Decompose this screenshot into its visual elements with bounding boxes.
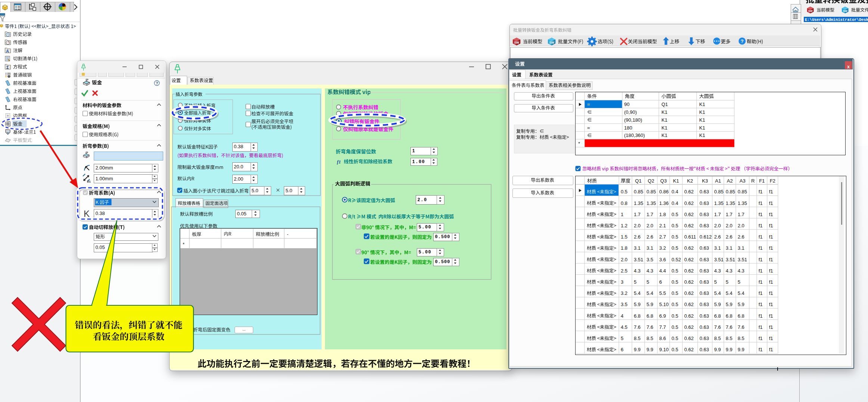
svg-text:Q2: Q2 (648, 178, 654, 184)
svg-text:0.5: 0.5 (672, 347, 678, 352)
svg-text:5: 5 (621, 336, 623, 341)
svg-text:=: = (587, 125, 590, 131)
svg-text:K1: K1 (699, 125, 705, 131)
svg-text:SW: SW (514, 41, 520, 44)
svg-text:0.62: 0.62 (684, 189, 694, 194)
svg-text:K3: K3 (702, 178, 708, 184)
svg-text:R: R (751, 178, 754, 184)
svg-text:Q1: Q1 (661, 102, 668, 107)
svg-text:(90,180): (90,180) (624, 117, 642, 123)
svg-text:3.1: 3.1 (634, 245, 641, 251)
svg-text:f1: f1 (759, 336, 763, 341)
svg-text:x: x (847, 64, 850, 69)
svg-text:1: 1 (412, 149, 416, 154)
svg-text:0.62: 0.62 (684, 200, 694, 206)
svg-text:9.9: 9.9 (714, 347, 721, 352)
svg-text:5.9: 5.9 (738, 302, 744, 307)
svg-text:A3: A3 (740, 178, 745, 184)
svg-text:0.62: 0.62 (684, 245, 694, 251)
svg-text:3.51: 3.51 (726, 257, 735, 262)
svg-text:4.4: 4.4 (659, 268, 666, 274)
svg-text:7.6: 7.6 (738, 324, 744, 330)
svg-text:0.5: 0.5 (621, 189, 627, 194)
svg-text:3.2: 3.2 (659, 245, 666, 251)
svg-text:5.4: 5.4 (634, 290, 641, 296)
svg-text:f1: f1 (759, 234, 763, 240)
svg-text:f1: f1 (769, 313, 773, 319)
svg-text:*: * (183, 241, 185, 247)
svg-text:2.5: 2.5 (621, 268, 627, 274)
svg-text:2.00: 2.00 (234, 176, 243, 182)
svg-text:1.2: 1.2 (621, 223, 627, 228)
svg-text:2.0: 2.0 (714, 223, 721, 228)
svg-text:1.35: 1.35 (714, 200, 723, 206)
svg-text:3: 3 (621, 279, 623, 285)
svg-text:K1: K1 (661, 117, 667, 123)
svg-text:8.6: 8.6 (659, 336, 666, 341)
svg-text:1.8: 1.8 (621, 245, 627, 251)
svg-text:3.51: 3.51 (634, 257, 643, 262)
svg-text:0.05: 0.05 (96, 244, 105, 250)
svg-text:f1: f1 (759, 290, 763, 296)
svg-text:f1: f1 (759, 189, 763, 194)
svg-text:4.3: 4.3 (726, 268, 732, 274)
svg-text:2.0: 2.0 (634, 223, 641, 228)
svg-text:K1: K1 (699, 117, 705, 123)
svg-text:F1: F1 (759, 178, 765, 184)
svg-text:5: 5 (738, 279, 740, 285)
svg-text:0.5: 0.5 (672, 212, 678, 217)
svg-text:f1: f1 (769, 189, 773, 194)
svg-text:2.6: 2.6 (714, 234, 721, 240)
svg-text:f1: f1 (759, 257, 763, 262)
svg-text:0.5: 0.5 (672, 313, 678, 319)
svg-text:f1: f1 (759, 347, 763, 352)
svg-text:7.6: 7.6 (714, 324, 721, 330)
svg-text:0.63: 0.63 (700, 189, 709, 194)
svg-text:4.3: 4.3 (647, 268, 653, 274)
svg-text:0.62: 0.62 (684, 223, 694, 228)
svg-text:0.5: 0.5 (672, 324, 678, 330)
svg-text:8.5: 8.5 (714, 336, 721, 341)
svg-text:5.00: 5.00 (419, 225, 432, 230)
svg-text:f1: f1 (769, 279, 773, 285)
svg-text:3.51: 3.51 (738, 257, 747, 262)
svg-text:8.5: 8.5 (634, 336, 641, 341)
svg-text:5: 5 (634, 279, 636, 285)
svg-text:20.0: 20.0 (234, 164, 243, 169)
svg-text:5.4: 5.4 (726, 290, 732, 296)
svg-text:(180,360): (180,360) (624, 133, 645, 138)
svg-text:f1: f1 (759, 313, 763, 319)
svg-text:0.63: 0.63 (700, 302, 709, 307)
svg-text:7.7: 7.7 (659, 324, 666, 330)
svg-text:0.5: 0.5 (672, 223, 678, 228)
svg-text:K2: K2 (687, 178, 693, 184)
svg-text:K1: K1 (661, 109, 667, 115)
svg-text:*: * (578, 141, 580, 146)
svg-text:6.8: 6.8 (634, 313, 641, 319)
svg-text:5: 5 (726, 279, 728, 285)
svg-text:0.62: 0.62 (684, 290, 694, 296)
svg-text:9.9: 9.9 (738, 347, 744, 352)
svg-text:1.7: 1.7 (647, 212, 653, 217)
svg-text:0.5: 0.5 (672, 302, 678, 307)
svg-text:5.9: 5.9 (634, 302, 641, 307)
svg-text:0.63: 0.63 (700, 290, 709, 296)
svg-text:f1: f1 (337, 159, 341, 165)
svg-text:3.1: 3.1 (726, 245, 732, 251)
svg-text:7.6: 7.6 (726, 324, 732, 330)
svg-text:f1: f1 (759, 324, 763, 330)
svg-text:1.7: 1.7 (634, 212, 641, 217)
svg-text:3.51: 3.51 (714, 257, 723, 262)
svg-text:K1: K1 (673, 178, 679, 184)
svg-text:180: 180 (624, 125, 632, 131)
svg-text:f1: f1 (769, 302, 773, 307)
svg-text:5: 5 (647, 279, 649, 285)
svg-text:0.62: 0.62 (684, 313, 694, 319)
svg-text:1.35: 1.35 (726, 200, 735, 206)
svg-text:1.35: 1.35 (647, 200, 656, 206)
svg-text:f1: f1 (769, 347, 773, 352)
svg-text:1.7: 1.7 (726, 212, 732, 217)
svg-text:2.0: 2.0 (726, 223, 732, 228)
svg-text:0.63: 0.63 (700, 279, 709, 285)
svg-text:0.612: 0.612 (700, 234, 712, 240)
